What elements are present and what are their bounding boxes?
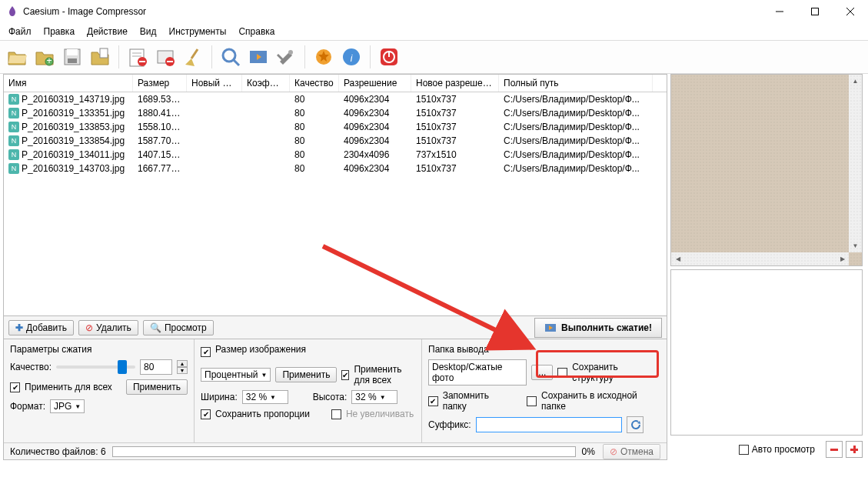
preview-scroll-v[interactable]: ▲▼ (849, 75, 862, 252)
svg-point-19 (223, 49, 235, 62)
quality-down[interactable]: ▼ (177, 367, 188, 374)
open-file-icon[interactable] (5, 45, 29, 69)
clear-list-icon[interactable] (153, 45, 178, 69)
apply-quality-button[interactable]: Применить (126, 379, 188, 395)
save-source-checkbox[interactable] (527, 396, 537, 406)
remember-folder-checkbox[interactable]: ✔ (428, 396, 438, 406)
save-source-label: Сохранить в исходной папке (541, 390, 660, 412)
col-name[interactable]: Имя (4, 75, 133, 92)
titlebar: Caesium - Image Compressor (0, 0, 868, 23)
svg-point-22 (288, 50, 293, 55)
compression-params-title: Параметры сжатия (10, 344, 188, 355)
star-icon[interactable] (311, 45, 336, 69)
col-path[interactable]: Полный путь (499, 75, 653, 92)
svg-line-18 (191, 49, 198, 58)
minimize-button[interactable] (762, 0, 797, 23)
table-row[interactable]: NP_20160319_143719.jpg1689.53 Kb804096x2… (4, 92, 667, 106)
svg-rect-9 (100, 48, 108, 58)
open-folder-icon[interactable]: + (32, 45, 57, 69)
output-folder-title: Папка вывода (428, 344, 660, 355)
svg-rect-7 (67, 49, 78, 55)
menu-view[interactable]: Вид (135, 25, 162, 38)
zoom-in-button[interactable] (846, 441, 863, 458)
zoom-out-button[interactable] (826, 441, 843, 458)
file-table: Имя Размер Новый разм Коэффици Качество … (4, 75, 667, 315)
resize-title: Размер изображения (215, 344, 306, 355)
menu-tools[interactable]: Инструменты (164, 25, 232, 38)
broom-icon[interactable] (181, 45, 205, 69)
menu-help[interactable]: Справка (233, 25, 280, 38)
compress-button[interactable]: Выполнить сжатие! (534, 318, 662, 338)
apply-all-size-label: Применить для всех (354, 364, 415, 386)
height-label: Высота: (313, 392, 348, 402)
browse-button[interactable]: ... (531, 365, 553, 380)
preview-button[interactable]: 🔍Просмотр (143, 320, 214, 335)
preview-scroll-h[interactable]: ◀▶ (671, 252, 849, 265)
add-button[interactable]: ✚Добавить (8, 320, 74, 335)
remove-item-icon[interactable] (125, 45, 150, 69)
apply-all-quality-checkbox[interactable]: ✔ (10, 382, 20, 392)
suffix-label: Суффикс: (428, 419, 471, 430)
svg-rect-1 (812, 8, 819, 15)
col-newsize[interactable]: Новый разм (187, 75, 242, 92)
svg-rect-32 (853, 446, 856, 453)
preview-pane: ▲▼ ◀▶ (670, 74, 863, 266)
auto-preview-label: Авто просмотр (752, 444, 815, 455)
compress-small-icon (544, 322, 557, 334)
output-folder-input[interactable]: Desktop/Сжатые фото (428, 359, 527, 386)
menu-file[interactable]: Файл (3, 25, 37, 38)
apply-size-button[interactable]: Применить (275, 367, 337, 382)
compress-icon[interactable] (246, 45, 271, 69)
keep-ratio-checkbox[interactable]: ✔ (201, 409, 211, 419)
keep-structure-checkbox[interactable] (557, 368, 567, 378)
col-size[interactable]: Размер (133, 75, 187, 92)
svg-rect-17 (167, 61, 173, 62)
table-row[interactable]: NP_20160319_133351.jpg1880.41 Kb804096x2… (4, 106, 667, 120)
app-logo-icon (6, 5, 18, 18)
window-title: Caesium - Image Compressor (23, 6, 762, 17)
col-ratio[interactable]: Коэффици (242, 75, 290, 92)
open-list-icon[interactable] (88, 45, 112, 69)
suffix-reset-button[interactable] (627, 416, 644, 433)
table-row[interactable]: NP_20160319_134011.jpg1407.15 Kb802304x4… (4, 148, 667, 162)
remove-button[interactable]: ⊘Удалить (78, 320, 138, 335)
format-select[interactable]: JPG▼ (50, 399, 85, 413)
menubar: Файл Правка Действие Вид Инструменты Спр… (0, 23, 868, 40)
col-newres[interactable]: Новое разрешение (411, 75, 499, 92)
cancel-button[interactable]: ⊘Отмена (603, 444, 660, 459)
power-icon[interactable] (377, 45, 401, 69)
height-select[interactable]: 32 %▼ (351, 390, 397, 404)
file-count-label: Количество файлов: 6 (10, 446, 106, 457)
settings-icon[interactable] (274, 45, 298, 69)
zoom-icon[interactable] (218, 45, 243, 69)
quality-slider[interactable] (56, 365, 135, 369)
save-list-icon[interactable] (60, 45, 85, 69)
table-row[interactable]: NP_20160319_133853.jpg1558.10 Kb804096x2… (4, 120, 667, 134)
quality-input[interactable]: 80 (140, 359, 172, 375)
col-quality[interactable]: Качество (290, 75, 339, 92)
format-label: Формат: (10, 401, 45, 412)
menu-action[interactable]: Действие (81, 25, 133, 38)
svg-text:+: + (46, 55, 52, 66)
table-row[interactable]: NP_20160319_133854.jpg1587.70 Kb804096x2… (4, 134, 667, 148)
keep-ratio-label: Сохранить пропорции (215, 409, 310, 419)
no-enlarge-label: Не увеличивать (346, 409, 414, 419)
close-button[interactable] (833, 0, 868, 23)
no-enlarge-checkbox[interactable] (331, 409, 341, 419)
progress-pct: 0% (582, 446, 595, 457)
col-resolution[interactable]: Разрешение (339, 75, 411, 92)
apply-all-size-checkbox[interactable]: ✔ (341, 370, 349, 380)
svg-rect-30 (830, 449, 838, 451)
preview-pane-2 (670, 269, 863, 436)
suffix-input[interactable] (476, 417, 622, 432)
table-row[interactable]: NP_20160319_143703.jpg1667.77 Kb804096x2… (4, 162, 667, 175)
menu-edit[interactable]: Правка (38, 25, 81, 38)
info-icon[interactable]: i (339, 45, 364, 69)
resize-checkbox[interactable]: ✔ (201, 347, 211, 357)
width-select[interactable]: 32 %▼ (242, 390, 288, 404)
maximize-button[interactable] (797, 0, 833, 23)
auto-preview-checkbox[interactable] (739, 445, 749, 455)
resize-mode-select[interactable]: Процентный▼ (201, 368, 271, 382)
quality-up[interactable]: ▲ (177, 360, 188, 367)
svg-text:i: i (351, 53, 353, 64)
